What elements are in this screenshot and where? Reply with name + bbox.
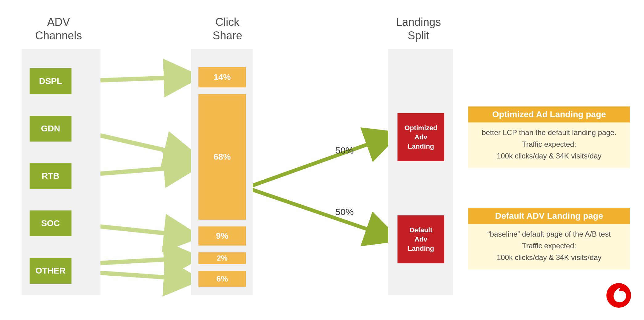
share-two: 2%	[198, 252, 246, 264]
share-soc: 9%	[198, 226, 246, 246]
card-default-line2: Traffic expected:	[475, 240, 624, 252]
card-optimized-title: Optimized Ad Landing page	[468, 106, 630, 122]
header-channels: ADV Channels	[25, 15, 92, 42]
share-main: 68%	[198, 94, 246, 220]
card-default-line1: “baseline” default page of the A/B test	[475, 228, 624, 240]
header-landings: Landings Split	[385, 15, 452, 42]
card-optimized-body: better LCP than the default landing page…	[468, 122, 630, 168]
card-default-body: “baseline” default page of the A/B test …	[468, 224, 630, 270]
card-optimized-line3: 100k clicks/day & 34K visits/day	[475, 150, 624, 162]
header-clickshare: Click Share	[194, 15, 261, 42]
split-label-bot: 50%	[335, 207, 354, 217]
card-default-title: Default ADV Landing page	[468, 208, 630, 224]
speechmark-icon	[606, 283, 631, 308]
card-optimized-line2: Traffic expected:	[475, 138, 624, 150]
share-dspl: 14%	[198, 67, 246, 87]
card-optimized: Optimized Ad Landing page better LCP tha…	[468, 106, 630, 168]
card-optimized-line1: better LCP than the default landing page…	[475, 127, 624, 138]
card-default: Default ADV Landing page “baseline” defa…	[468, 208, 630, 270]
arrow-split-top	[247, 135, 394, 188]
diagram-canvas: ADV Channels Click Share Landings Split …	[0, 0, 644, 320]
landing-optimized: Optimized Adv Landing	[397, 113, 444, 161]
arrow-split-bot	[247, 188, 394, 238]
brand-logo	[606, 283, 631, 308]
channel-rtb: RTB	[30, 163, 71, 189]
split-label-top: 50%	[335, 145, 354, 156]
channel-gdn: GDN	[30, 116, 71, 142]
channel-dspl: DSPL	[30, 68, 71, 94]
channel-soc: SOC	[30, 210, 71, 236]
share-other: 6%	[198, 271, 246, 287]
card-default-line3: 100k clicks/day & 34K visits/day	[475, 252, 624, 263]
channel-other: OTHER	[30, 258, 71, 284]
landing-default: Default Adv Landing	[397, 215, 444, 263]
